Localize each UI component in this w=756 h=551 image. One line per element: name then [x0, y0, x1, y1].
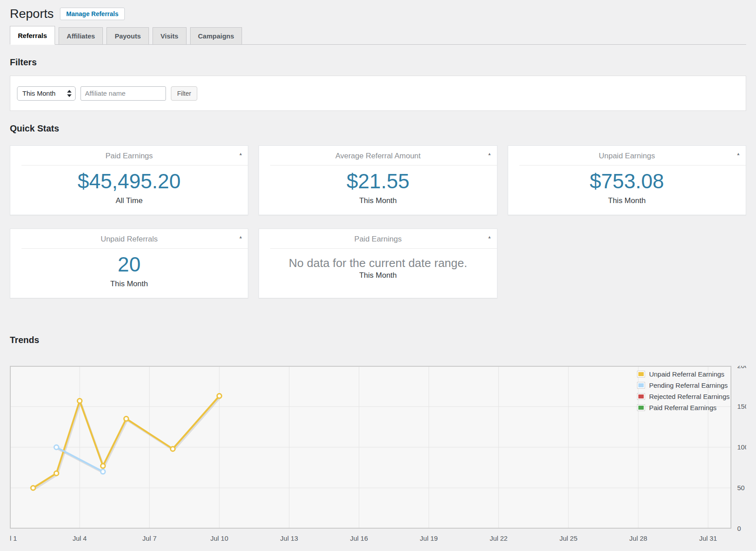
data-point [217, 394, 221, 398]
svg-text:Jul 13: Jul 13 [280, 534, 298, 542]
data-point [101, 464, 105, 468]
svg-text:0: 0 [737, 525, 741, 532]
collapse-triangle-icon[interactable]: ▲ [736, 152, 740, 156]
svg-text:50: 50 [737, 484, 745, 492]
legend-item: Rejected Referral Earnings [637, 393, 730, 400]
legend-swatch-icon [637, 404, 645, 411]
svg-text:Jul 22: Jul 22 [490, 534, 508, 542]
svg-text:Jul 31: Jul 31 [699, 534, 717, 542]
stat-card-period: This Month [508, 196, 746, 205]
tab-affiliates[interactable]: Affiliates [59, 27, 103, 44]
date-range-select[interactable]: This Month [17, 86, 76, 101]
divider [21, 248, 248, 249]
stat-card-value: $753.08 [508, 170, 746, 193]
legend-label: Paid Referral Earnings [649, 404, 717, 411]
collapse-triangle-icon[interactable]: ▲ [238, 235, 242, 239]
svg-text:Jul 1: Jul 1 [10, 534, 17, 542]
affiliate-name-input[interactable] [81, 86, 166, 101]
stat-card-period: This Month [259, 271, 497, 280]
divider [21, 165, 248, 165]
data-point [54, 471, 59, 475]
svg-text:Jul 28: Jul 28 [629, 534, 647, 542]
filters-heading: Filters [10, 57, 746, 68]
stat-card-value: $45,495.20 [10, 170, 248, 193]
stat-card-period: All Time [10, 196, 248, 205]
trends-heading: Trends [10, 335, 746, 345]
legend-item: Unpaid Referral Earnings [637, 370, 730, 378]
divider [270, 248, 497, 249]
svg-text:200: 200 [737, 366, 746, 369]
y-axis-labels: 050100150200 [737, 366, 746, 532]
tab-visits[interactable]: Visits [153, 27, 187, 44]
stat-card-title: Paid Earnings [106, 152, 153, 160]
chart-legend: Unpaid Referral EarningsPending Referral… [637, 370, 730, 411]
data-point [31, 486, 35, 490]
quick-stats-grid: Paid Earnings ▲ $45,495.20 All Time Aver… [10, 145, 746, 298]
data-point [170, 447, 175, 451]
quick-stats-heading: Quick Stats [10, 123, 746, 134]
legend-label: Unpaid Referral Earnings [649, 370, 724, 378]
trends-chart-canvas: Jul 1Jul 4Jul 7Jul 10Jul 13Jul 16Jul 19J… [10, 366, 746, 549]
x-axis-labels: Jul 1Jul 4Jul 7Jul 10Jul 13Jul 16Jul 19J… [10, 534, 717, 542]
svg-text:Jul 4: Jul 4 [72, 534, 87, 542]
page-header: Reports Manage Referrals [10, 6, 746, 21]
tab-payouts[interactable]: Payouts [106, 27, 149, 44]
stat-card-paid-earnings-month: Paid Earnings ▲ No data for the current … [259, 229, 497, 298]
svg-text:Jul 16: Jul 16 [350, 534, 368, 542]
legend-label: Pending Referral Earnings [649, 381, 728, 389]
filters-panel: This Month Filter [10, 76, 746, 111]
svg-text:100: 100 [737, 443, 746, 451]
stat-card-title: Unpaid Earnings [599, 152, 655, 160]
page-title: Reports [10, 7, 54, 21]
legend-swatch-icon [637, 371, 645, 377]
divider [519, 165, 746, 165]
legend-item: Pending Referral Earnings [637, 381, 730, 389]
tab-referrals[interactable]: Referrals [10, 26, 55, 45]
stat-card-period: This Month [259, 196, 497, 205]
legend-item: Paid Referral Earnings [637, 404, 730, 411]
stat-card-title: Unpaid Referrals [101, 235, 158, 243]
filter-button[interactable]: Filter [171, 86, 197, 101]
report-tabs: Referrals Affiliates Payouts Visits Camp… [10, 26, 746, 45]
stat-card-value: $21.55 [259, 170, 497, 193]
svg-text:Jul 25: Jul 25 [560, 534, 578, 542]
legend-swatch-icon [637, 393, 645, 400]
stat-card-average-referral-amount: Average Referral Amount ▲ $21.55 This Mo… [259, 145, 497, 215]
tab-campaigns[interactable]: Campaigns [190, 27, 242, 44]
date-range-select-wrap: This Month [17, 86, 76, 101]
svg-text:Jul 7: Jul 7 [142, 534, 157, 542]
stat-card-title: Paid Earnings [354, 235, 402, 243]
stat-card-no-data-message: No data for the current date range. [259, 256, 497, 270]
collapse-triangle-icon[interactable]: ▲ [488, 152, 492, 156]
stat-card-unpaid-referrals: Unpaid Referrals ▲ 20 This Month [10, 229, 248, 298]
stat-card-value: 20 [10, 253, 248, 276]
data-point [77, 398, 82, 403]
data-point [101, 470, 105, 474]
svg-text:150: 150 [737, 403, 746, 410]
trends-chart: Jul 1Jul 4Jul 7Jul 10Jul 13Jul 16Jul 19J… [10, 366, 746, 549]
collapse-triangle-icon[interactable]: ▲ [488, 235, 492, 239]
divider [270, 165, 497, 165]
collapse-triangle-icon[interactable]: ▲ [238, 152, 242, 156]
stat-card-unpaid-earnings: Unpaid Earnings ▲ $753.08 This Month [508, 145, 746, 215]
svg-text:Jul 19: Jul 19 [420, 534, 438, 542]
stat-card-title: Average Referral Amount [336, 152, 421, 160]
data-point [124, 416, 128, 421]
data-point [54, 445, 59, 449]
stat-card-paid-earnings: Paid Earnings ▲ $45,495.20 All Time [10, 145, 248, 215]
legend-swatch-icon [637, 382, 645, 389]
legend-label: Rejected Referral Earnings [649, 393, 730, 400]
manage-referrals-button[interactable]: Manage Referrals [60, 8, 125, 20]
stat-card-period: This Month [10, 280, 248, 288]
svg-text:Jul 10: Jul 10 [210, 534, 228, 542]
